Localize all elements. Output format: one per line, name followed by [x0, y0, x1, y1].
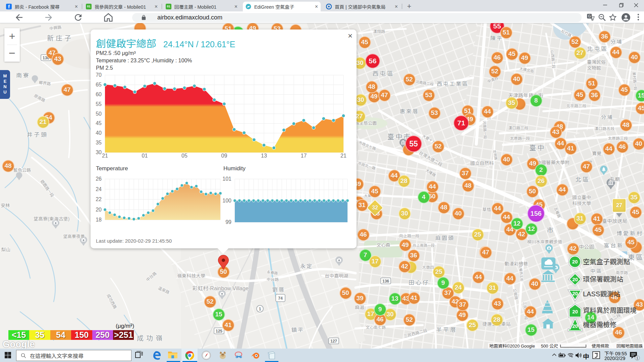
svg-text:99: 99	[225, 219, 231, 225]
svg-text:20: 20	[96, 207, 102, 213]
svg-text:機器需檢修: 機器需檢修	[583, 321, 616, 328]
svg-text:60: 60	[96, 92, 102, 97]
svg-text:1: 1	[636, 356, 638, 360]
svg-text:45: 45	[96, 120, 102, 126]
svg-text:18: 18	[96, 217, 102, 223]
svg-text:26: 26	[96, 176, 102, 182]
svg-text:22: 22	[96, 196, 102, 202]
svg-text:40: 40	[96, 130, 102, 136]
svg-text:05: 05	[181, 153, 187, 159]
svg-text:空氣盒子觀測點: 空氣盒子觀測點	[583, 258, 630, 265]
svg-text:LASS觀測站: LASS觀測站	[583, 290, 620, 298]
svg-text:20: 20	[572, 291, 578, 296]
svg-text:20: 20	[572, 309, 578, 314]
svg-text:70: 70	[96, 72, 102, 78]
svg-text:21: 21	[340, 153, 346, 159]
svg-text:01: 01	[142, 153, 148, 159]
svg-text:Last update: 2020-02-29 21:45:: Last update: 2020-02-29 21:45:50	[96, 238, 172, 244]
svg-text:G: G	[588, 14, 591, 18]
svg-text:Humidity: Humidity	[223, 165, 246, 172]
svg-text:20: 20	[572, 277, 578, 282]
svg-text:13: 13	[261, 153, 267, 159]
svg-text:30: 30	[96, 149, 102, 155]
svg-text:資料異於周圍環境: 資料異於周圍環境	[583, 307, 637, 314]
svg-text:20: 20	[572, 323, 578, 329]
svg-text:Temperature: Temperature	[96, 165, 128, 172]
svg-text:35: 35	[96, 140, 102, 145]
svg-text:20: 20	[572, 259, 578, 264]
svg-text:環保署觀測站: 環保署觀測站	[583, 276, 623, 283]
svg-text:65: 65	[96, 82, 102, 87]
svg-text:24: 24	[96, 186, 102, 192]
svg-text:55: 55	[96, 101, 102, 107]
svg-text:09: 09	[221, 153, 227, 159]
svg-text:50: 50	[96, 111, 102, 117]
svg-text:100: 100	[222, 198, 231, 203]
svg-text:17: 17	[301, 153, 307, 159]
svg-text:21: 21	[102, 153, 108, 159]
svg-text:101: 101	[222, 176, 231, 182]
